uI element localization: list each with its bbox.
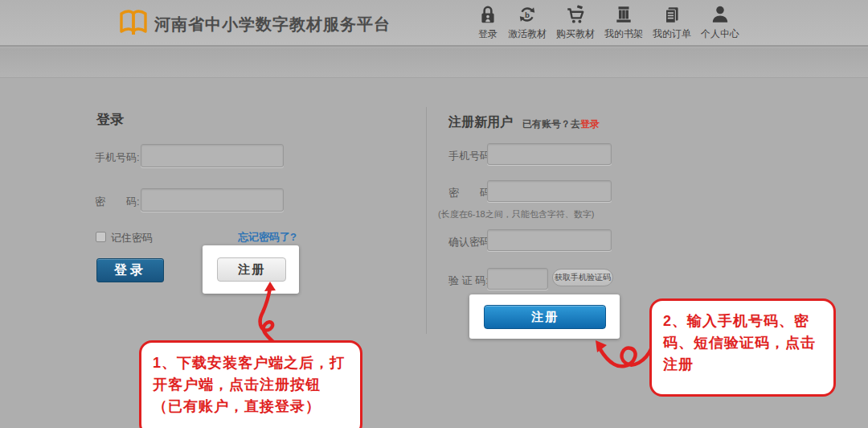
step1-arrow-icon	[244, 280, 293, 344]
nav-orders-label: 我的订单	[653, 27, 691, 41]
nav-activate-label: 激活教材	[508, 27, 547, 41]
open-register-button[interactable]: 注册	[217, 257, 286, 282]
get-sms-code-button[interactable]: 获取手机验证码	[552, 269, 613, 286]
orders-icon	[661, 4, 682, 25]
lock-icon	[477, 4, 498, 25]
step2-arrow-icon	[589, 320, 653, 375]
step2-annotation: 2、输入手机号码、密码、短信验证码，点击注册	[649, 298, 836, 397]
login-button[interactable]: 登录	[96, 258, 164, 282]
nav-bookshelf-label: 我的书架	[604, 27, 643, 41]
open-book-logo-icon	[119, 9, 148, 36]
reg-code-input[interactable]	[487, 268, 548, 290]
register-heading: 注册新用户	[448, 114, 513, 131]
user-icon	[710, 4, 731, 25]
reg-code-label: 验 证 码:	[448, 274, 489, 288]
password-hint: (长度在6-18之间，只能包含字符、数字)	[438, 208, 594, 220]
site-title: 河南省中小学数字教材服务平台	[154, 14, 391, 35]
forgot-password-link[interactable]: 忘记密码了?	[238, 230, 297, 245]
bookshelf-icon	[613, 4, 634, 25]
step1-annotation: 1、下载安装客户端之后，打开客户端，点击注册按钮（已有账户，直接登录）	[139, 340, 362, 428]
nav-buy-label: 购买教材	[556, 27, 595, 41]
nav-login-label: 登录	[478, 27, 497, 41]
login-password-input[interactable]	[141, 188, 284, 212]
top-nav: 登录 b 激活教材 购买教材	[473, 4, 744, 44]
svg-text:b: b	[525, 10, 530, 19]
column-divider	[426, 107, 427, 334]
login-phone-label: 手机号码:	[95, 150, 140, 165]
reg-phone-input[interactable]	[487, 143, 612, 165]
login-password-label: 密 码:	[95, 195, 140, 209]
register-submit-button[interactable]: 注册	[484, 305, 606, 329]
header-bar: 河南省中小学数字教材服务平台 登录 b 激活教	[0, 0, 868, 47]
activate-icon: b	[517, 4, 538, 25]
nav-profile-label: 个人中心	[701, 27, 739, 41]
subheader-band	[0, 48, 868, 78]
go-login-link[interactable]: 登录	[580, 118, 600, 130]
have-account-text: 已有账号？去登录	[522, 117, 600, 131]
page: 河南省中小学数字教材服务平台 登录 b 激活教	[0, 0, 868, 428]
remember-password-label: 记住密码	[111, 231, 153, 245]
nav-buy[interactable]: 购买教材	[556, 4, 595, 41]
nav-orders[interactable]: 我的订单	[653, 4, 691, 41]
login-heading: 登录	[96, 110, 124, 129]
reg-password-input[interactable]	[487, 180, 612, 202]
login-phone-input[interactable]	[141, 144, 284, 167]
nav-activate[interactable]: b 激活教材	[508, 4, 547, 41]
remember-password-checkbox[interactable]	[96, 232, 106, 242]
cart-icon	[565, 4, 586, 25]
reg-confirm-input[interactable]	[487, 229, 612, 251]
have-account-prefix: 已有账号？去	[522, 118, 580, 130]
nav-login[interactable]: 登录	[477, 4, 498, 41]
nav-profile[interactable]: 个人中心	[701, 4, 739, 41]
nav-bookshelf[interactable]: 我的书架	[604, 4, 643, 41]
